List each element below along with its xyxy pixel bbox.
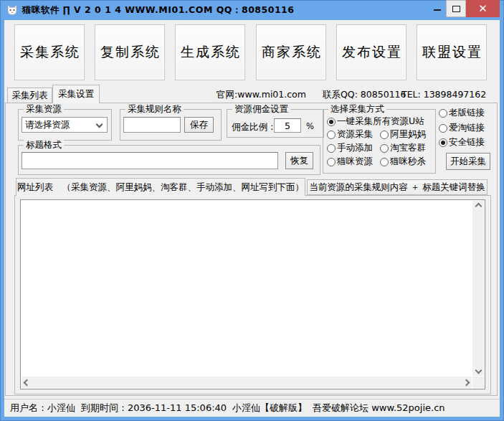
radio-icon — [380, 144, 389, 153]
radio-icon — [439, 124, 447, 133]
minimize-button[interactable] — [428, 0, 446, 17]
close-icon: ✕ — [478, 2, 488, 15]
radio-label: 猫咪资源 — [337, 156, 373, 168]
contact-qq-text: 联系QQ: 80850116 — [323, 89, 406, 101]
radio-one-key-collect[interactable]: 一键采集所有资源U站 — [327, 115, 424, 128]
radio-icon — [380, 158, 389, 166]
radio-label: 爱淘链接 — [449, 122, 485, 134]
radio-safe-link[interactable]: 安全链接 — [439, 136, 485, 148]
nav-button-alliance-settings[interactable]: 联盟设置 — [417, 24, 487, 80]
cat-icon — [6, 4, 18, 16]
horizontal-scrollbar[interactable] — [22, 377, 472, 388]
url-list-textarea[interactable] — [22, 201, 472, 376]
group-collect-mode-label: 选择采集方式 — [328, 104, 386, 114]
radio-label: 淘宝客群 — [390, 142, 426, 154]
radio-icon — [439, 138, 447, 147]
status-forum: 吾爱破解论坛 www.52pojie.cn — [313, 402, 444, 415]
tab-collect-list[interactable]: 采集列表 — [7, 87, 52, 103]
radio-label: 老版链接 — [449, 107, 485, 119]
radio-manual-add[interactable]: 手动添加 — [327, 142, 373, 154]
radio-icon — [439, 109, 447, 118]
group-rule-name-label: 采集规则名称 — [125, 104, 184, 114]
app-window: 猫咪软件 ∏ V 2 0 1 4 WWW.MI01.COM QQ：8085011… — [0, 0, 504, 421]
maximize-icon — [452, 6, 460, 12]
vertical-scrollbar[interactable] — [472, 201, 484, 376]
radio-icon — [327, 158, 336, 166]
start-collect-button[interactable]: 开始采集 — [446, 153, 490, 170]
nav-button-publish-settings[interactable]: 发布设置 — [336, 24, 406, 80]
radio-resource-collect[interactable]: 资源采集 — [327, 128, 373, 141]
tab-rule-content[interactable]: 当前资源的采集规则内容 ＋ 标题关键词替换 — [307, 179, 488, 195]
radio-label: 一键采集所有资源U站 — [337, 115, 424, 128]
percent-label: % — [306, 121, 314, 131]
group-commission-label: 资源佣金设置 — [232, 104, 290, 114]
scroll-up-icon[interactable] — [472, 201, 484, 212]
group-title-format-label: 标题格式 — [24, 140, 64, 150]
radio-icon — [380, 131, 389, 139]
tab-collect-settings[interactable]: 采集设置 — [52, 85, 100, 103]
commission-ratio-label: 佣金比例： — [232, 121, 277, 133]
radio-label: 猫咪秒杀 — [390, 156, 426, 168]
scroll-right-icon[interactable] — [461, 377, 472, 388]
status-username: 用户名：小淫仙 — [10, 402, 75, 415]
scrollbar-corner — [472, 377, 484, 388]
source-combobox-value: 请选择资源 — [25, 119, 70, 131]
radio-aitao-link[interactable]: 爱淘链接 — [439, 122, 485, 134]
restore-button[interactable]: 恢复 — [285, 152, 313, 169]
minimize-icon — [434, 9, 441, 11]
radio-taobao-group[interactable]: 淘宝客群 — [380, 142, 426, 154]
nav-button-copy-system[interactable]: 复制系统 — [95, 24, 165, 80]
scroll-down-icon[interactable] — [472, 365, 484, 376]
status-edition: 小淫仙【破解版】 — [232, 402, 307, 415]
radio-old-link[interactable]: 老版链接 — [439, 107, 485, 119]
radio-maomi-resource[interactable]: 猫咪资源 — [327, 156, 373, 168]
radio-label: 手动添加 — [337, 142, 373, 154]
close-button[interactable]: ✕ — [466, 0, 500, 17]
url-list-box — [20, 199, 485, 389]
nav-button-merchant-system[interactable]: 商家系统 — [256, 24, 326, 80]
radio-label: 安全链接 — [449, 136, 485, 148]
rule-name-input[interactable] — [123, 117, 181, 133]
commission-ratio-input[interactable] — [274, 118, 301, 133]
status-expiry: 到期时间：2036-11-11 15:06:40 — [81, 402, 227, 415]
radio-icon — [327, 131, 336, 139]
nav-button-collect-system[interactable]: 采集系统 — [14, 24, 85, 80]
radio-maomi-seckill[interactable]: 猫咪秒杀 — [380, 156, 426, 168]
save-button[interactable]: 保存 — [184, 117, 214, 133]
tel-text: TEL: 13898497162 — [401, 89, 486, 100]
maximize-button[interactable] — [446, 0, 466, 17]
status-bar: 用户名：小淫仙 到期时间：2036-11-11 15:06:40 小淫仙【破解版… — [4, 399, 500, 417]
radio-alimama[interactable]: 阿里妈妈 — [380, 128, 426, 141]
scroll-left-icon[interactable] — [22, 377, 32, 388]
radio-icon — [327, 144, 336, 153]
official-site-text: 官网:www.mi01.com — [217, 89, 306, 101]
title-bar: 猫咪软件 ∏ V 2 0 1 4 WWW.MI01.COM QQ：8085011… — [0, 0, 504, 20]
nav-button-generate-system[interactable]: 生成系统 — [175, 24, 245, 80]
tab-url-list[interactable]: 网址列表 （采集资源、阿里妈妈、淘客群、手动添加、网址写到下面） — [16, 178, 305, 196]
client-area: 采集系统 复制系统 生成系统 商家系统 发布设置 联盟设置 采集列表 采集设置 … — [4, 20, 500, 417]
group-collect-source-label: 采集资源 — [24, 104, 64, 114]
radio-label: 资源采集 — [337, 128, 373, 141]
title-format-input[interactable] — [22, 152, 278, 169]
radio-label: 阿里妈妈 — [390, 128, 426, 141]
source-combobox[interactable]: 请选择资源 — [22, 117, 108, 133]
window-title: 猫咪软件 ∏ V 2 0 1 4 WWW.MI01.COM QQ：8085011… — [22, 4, 295, 16]
radio-icon — [327, 118, 336, 126]
chevron-down-icon — [96, 121, 103, 128]
